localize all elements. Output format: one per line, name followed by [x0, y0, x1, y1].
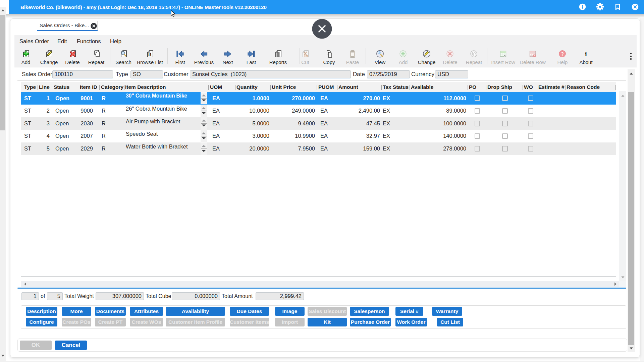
- svg-text:i: i: [585, 51, 587, 58]
- svg-text:B: B: [148, 52, 152, 57]
- svg-text:?: ?: [561, 51, 564, 57]
